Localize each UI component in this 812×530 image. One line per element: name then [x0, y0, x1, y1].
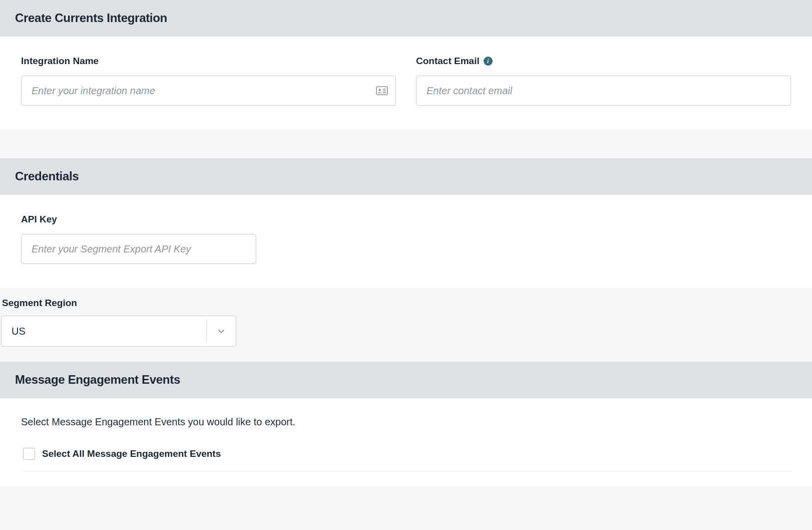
- api-key-field-group: API Key: [21, 214, 256, 264]
- contact-email-label: Contact Email i: [416, 56, 791, 67]
- select-all-events-label: Select All Message Engagement Events: [42, 448, 221, 459]
- select-all-events-checkbox[interactable]: [23, 448, 35, 460]
- events-header: Message Engagement Events: [0, 362, 812, 398]
- credentials-title: Credentials: [15, 169, 797, 183]
- info-icon[interactable]: i: [484, 57, 493, 66]
- api-key-label: API Key: [21, 214, 256, 225]
- svg-point-1: [378, 89, 380, 91]
- integration-name-input[interactable]: [21, 76, 396, 106]
- credentials-header: Credentials: [0, 158, 812, 195]
- segment-region-value: US: [12, 326, 26, 337]
- events-instruction: Select Message Engagement Events you wou…: [21, 416, 791, 428]
- integration-name-field-group: Integration Name: [21, 56, 396, 106]
- credentials-body: API Key: [0, 195, 812, 289]
- section-gap: [0, 130, 812, 158]
- segment-region-select[interactable]: US: [1, 316, 236, 347]
- api-key-input[interactable]: [21, 234, 256, 264]
- contact-email-label-text: Contact Email: [416, 56, 480, 67]
- select-divider: [206, 320, 207, 342]
- create-integration-header: Create Currents Integration: [0, 0, 812, 37]
- id-card-icon: [376, 86, 388, 95]
- chevron-down-icon: [217, 327, 226, 336]
- integration-name-label: Integration Name: [21, 56, 396, 67]
- contact-email-field-group: Contact Email i: [416, 56, 791, 106]
- segment-region-label: Segment Region: [2, 298, 812, 309]
- events-title: Message Engagement Events: [15, 373, 797, 387]
- segment-region-block: Segment Region US: [0, 289, 812, 362]
- events-body: Select Message Engagement Events you wou…: [0, 398, 812, 486]
- select-all-events-row: Select All Message Engagement Events: [23, 448, 791, 471]
- create-integration-body: Integration Name Contact Email: [0, 37, 812, 130]
- contact-email-input[interactable]: [416, 76, 791, 106]
- create-integration-title: Create Currents Integration: [15, 11, 797, 25]
